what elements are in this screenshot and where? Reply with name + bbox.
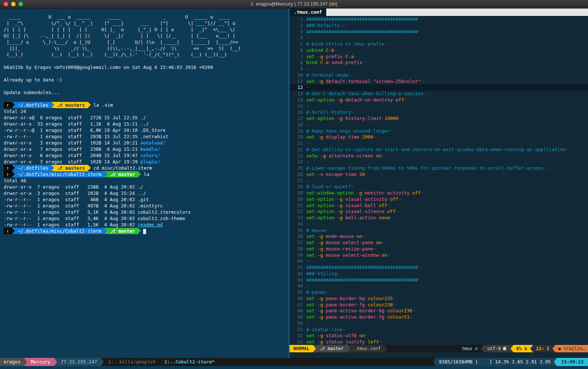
- traffic-lights: [0, 2, 23, 6]
- line-number: 40: [290, 258, 306, 265]
- token-v: on: [359, 333, 365, 338]
- vim-tab-tmux-conf[interactable]: .tmux.conf: [290, 9, 326, 16]
- vim-pane[interactable]: .tmux.conf 1############################…: [288, 9, 588, 358]
- line-text: ¬: [306, 66, 309, 72]
- line-number: 27: [290, 178, 306, 184]
- cursor-line: 12:: [536, 346, 544, 351]
- line-number: 52: [290, 333, 306, 339]
- token-v: colour238: [368, 302, 393, 308]
- token-c: #·mouse: [306, 227, 326, 233]
- token-dir: colors/: [141, 153, 160, 158]
- line-number: 53: [290, 339, 306, 345]
- line-text: #·Lower·escape·timing·from·500ms·to·50ms…: [306, 165, 549, 172]
- token-v: 2000: [362, 134, 373, 140]
- token-w: -rw-r--r-- 1 eragos staff 3,4K 4 Aug 20:…: [4, 216, 185, 221]
- terminal-line: | _"\ \/"_ \/ |_ " _| |" ___| ___ |"| \|…: [4, 20, 288, 26]
- line-text: set·-g·default-terminal·"screen-256color…: [306, 79, 423, 85]
- token-sb: ↑: [4, 171, 12, 177]
- vim-line: 36set·-g·mode-mouse·on¬: [290, 233, 588, 240]
- apple-icon: [503, 346, 507, 351]
- line-text: set·-g·status-utf8·on¬: [306, 333, 368, 339]
- warning-label: trailin…: [561, 346, 585, 351]
- vim-line: 18¬: [290, 122, 588, 128]
- terminal-line: total 48: [4, 177, 288, 184]
- token-k: set: [306, 296, 315, 301]
- line-number: 41: [290, 265, 306, 271]
- line-number: 25: [290, 165, 306, 172]
- fullscreen-button[interactable]: [19, 2, 23, 6]
- token-sp: ·: [323, 339, 326, 345]
- cursor-position-indicator: 12: 1: [533, 345, 552, 352]
- close-button[interactable]: [4, 2, 8, 6]
- line-number: 35: [290, 227, 306, 234]
- cursor-column: 1: [544, 346, 549, 351]
- line-text: set·-s·escape-time·50¬: [306, 172, 368, 178]
- line-number: 47: [290, 302, 306, 308]
- token-eol: ¬: [362, 233, 365, 239]
- line-number: 28: [290, 184, 306, 190]
- token-art: U| |_| |\ .-,_| |_| | /| |\ \| _|/ | | \…: [4, 33, 235, 39]
- vim-line: 22#·Set·ability·to·capture·on·start·and·…: [290, 147, 588, 153]
- token-sp: ·: [315, 54, 318, 59]
- vim-buffer[interactable]: 1#######################################…: [290, 16, 588, 345]
- token-o: visual-activity: [345, 196, 387, 202]
- vim-statusline: NORMAL ⎇ master .tmux.conf tmux ⚙ utf-8 …: [290, 345, 588, 352]
- token-eol: ¬: [418, 265, 421, 270]
- line-text: ¬: [306, 320, 309, 327]
- readme-link[interactable]: readme.md: [138, 222, 163, 227]
- token-art: |____/ u \_)-\___/ u |_|U |_| U/| |\u |_…: [4, 39, 238, 45]
- tmux-window-2-active[interactable]: 2:..Cobalt2-iterm*: [163, 358, 216, 366]
- token-k: set: [306, 54, 315, 59]
- token-w: -rw-r--r-- 1 eragos staff 1,5K 4 Aug 20:…: [4, 222, 138, 227]
- terminal-line: ↑~/.dotfiles/misc/Cobalt2-iterm⎇ masterl…: [4, 171, 288, 177]
- token-art: ____ U ___ u _____ _____ _ U _____ u ___…: [4, 14, 230, 20]
- vim-line: 30set-option·-g·visual-activity·off¬: [290, 196, 588, 203]
- minimize-button[interactable]: [11, 2, 16, 6]
- token-c: ########################################: [306, 265, 418, 270]
- token-f: -g: [317, 240, 323, 245]
- token-c: #·terminal·mode: [306, 72, 348, 78]
- token-f: -g: [317, 233, 323, 239]
- shell-pane[interactable]: ____ U ___ u _____ _____ _ U _____ u ___…: [0, 9, 288, 358]
- terminal-line: [4, 83, 288, 89]
- filename-indicator: .tmux.conf: [350, 345, 384, 352]
- token-sp: ·: [315, 296, 318, 301]
- scroll-percent: 6%: [516, 346, 522, 351]
- token-o: pane-border-fg: [326, 302, 365, 308]
- token-c: #·status·line: [306, 327, 343, 332]
- token-sB: ~/.dotfiles/misc/Cobalt2-iterm: [15, 171, 105, 177]
- token-sp: ·: [315, 79, 318, 84]
- powerline-arrow: [481, 345, 484, 352]
- vim-line: 7set·-g·prefix·C-a¬: [290, 54, 588, 60]
- token-eol: ¬: [365, 172, 368, 177]
- token-dir: bundle/: [141, 146, 160, 152]
- token-f: -g: [317, 252, 323, 258]
- git-branch-icon: ⎇: [320, 346, 327, 351]
- token-sp: ·: [357, 172, 360, 177]
- token-sb: ↑: [4, 165, 12, 171]
- tmux-window-1[interactable]: 1:..kills/gnuplot-: [104, 358, 163, 366]
- line-text: ¬: [306, 35, 309, 41]
- token-eol: ¬: [418, 16, 421, 22]
- token-o: pane-active-border-bg: [326, 308, 384, 313]
- terminal-line: drwxr-xr-x 7 eragos staff 238B 4 Aug 20:…: [4, 184, 288, 190]
- line-number: 3: [290, 29, 306, 35]
- line-number: 29: [290, 190, 306, 196]
- powerline-arrow: [101, 358, 104, 366]
- line-number: 31: [290, 203, 306, 209]
- token-w: -rw-r--r-- 1 eragos staff 5,1K 4 Aug 20:…: [4, 209, 191, 215]
- token-eol: ¬: [365, 333, 368, 338]
- titlebar[interactable]: 1. eragos@Mercury | 77.23.155.247 (sh): [0, 0, 588, 9]
- line-number: 46: [290, 296, 306, 302]
- line-number: 17: [290, 116, 306, 122]
- token-sG: ⎇ master: [107, 171, 138, 177]
- token-sb: ↑: [4, 102, 12, 108]
- line-text: set-option·-g·detach-on-destroy·off¬: [306, 97, 407, 103]
- token-sp: ·: [323, 314, 326, 320]
- line-text: #·keep·tmux·msgs·around·longer¬: [306, 128, 393, 134]
- token-k: set: [306, 240, 315, 245]
- token-o: send-prefix: [331, 60, 362, 65]
- line-text: set-option·-g·visual-bell·off¬: [306, 203, 390, 209]
- line-text: ¬: [306, 140, 309, 147]
- token-sp: ·: [334, 203, 337, 208]
